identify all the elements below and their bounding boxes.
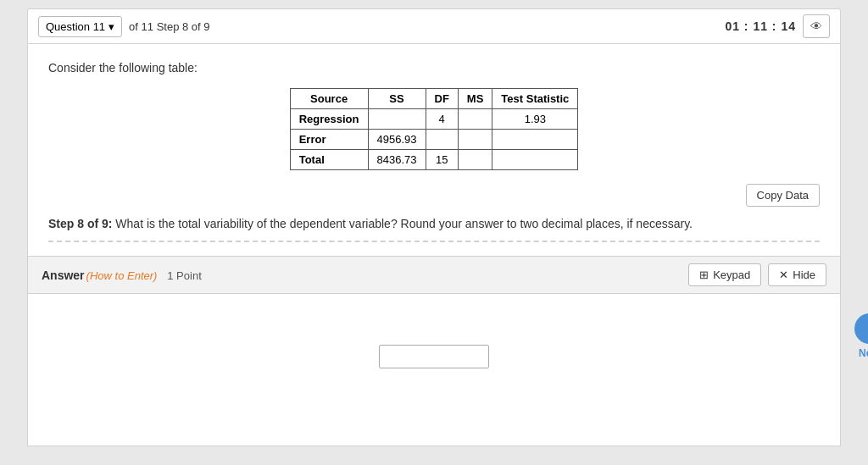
anova-table: Source SS DF MS Test Statistic Regressio…: [290, 88, 579, 170]
row-regression-source: Regression: [290, 109, 368, 130]
row-error-ms: [458, 130, 492, 150]
step-info: of 11 Step 8 of 9: [129, 20, 209, 33]
row-error-source: Error: [290, 130, 368, 150]
hide-button[interactable]: ✕ Hide: [768, 263, 826, 286]
answer-input-area: [27, 294, 841, 446]
next-button-container: › Next: [854, 313, 868, 359]
row-error-df: [426, 130, 458, 150]
question-selector-label: Question 11: [46, 20, 105, 33]
col-header-df: DF: [426, 89, 458, 109]
header-bar: Question 11 ▾ of 11 Step 8 of 9 01 : 11 …: [27, 8, 841, 44]
col-header-source: Source: [290, 89, 368, 109]
eye-button[interactable]: 👁: [803, 14, 830, 38]
header-left: Question 11 ▾ of 11 Step 8 of 9: [38, 16, 210, 37]
row-total-df: 15: [426, 150, 458, 170]
row-error-ts: [492, 130, 578, 150]
keypad-label: Keypad: [713, 268, 750, 281]
row-error-ss: 4956.93: [368, 130, 426, 150]
section-divider: [48, 241, 820, 242]
next-button[interactable]: ›: [854, 313, 868, 344]
row-regression-ts: 1.93: [492, 109, 578, 130]
answer-label: Answer(How to Enter): [42, 268, 160, 282]
next-label: Next: [859, 347, 868, 359]
row-regression-ms: [458, 109, 492, 130]
intro-text: Consider the following table:: [48, 61, 820, 75]
answer-label-text: Answer: [42, 268, 85, 282]
table-row: Error 4956.93: [290, 130, 578, 150]
keypad-button[interactable]: ⊞ Keypad: [688, 263, 761, 286]
keypad-icon: ⊞: [699, 268, 709, 281]
answer-bar: Answer(How to Enter) 1 Point ⊞ Keypad ✕ …: [27, 257, 841, 294]
row-total-ms: [458, 150, 492, 170]
table-row: Regression 4 1.93: [290, 109, 578, 130]
row-regression-df: 4: [426, 109, 458, 130]
answer-points: 1 Point: [167, 269, 201, 282]
main-content: Consider the following table: Source SS …: [27, 44, 841, 257]
row-total-source: Total: [290, 150, 368, 170]
eye-icon: 👁: [810, 19, 822, 33]
step-question-text: What is the total variability of the dep…: [112, 217, 693, 230]
col-header-test-statistic: Test Statistic: [492, 89, 578, 109]
hide-label: Hide: [793, 268, 815, 281]
row-total-ss: 8436.73: [368, 150, 426, 170]
answer-label-group: Answer(How to Enter) 1 Point: [42, 268, 202, 282]
answer-bar-right: ⊞ Keypad ✕ Hide: [688, 263, 826, 286]
how-to-enter-link[interactable]: (How to Enter): [86, 269, 158, 282]
answer-input[interactable]: [379, 345, 489, 368]
col-header-ss: SS: [368, 89, 426, 109]
step-question-bold: Step 8 of 9:: [48, 217, 112, 230]
chevron-down-icon: ▾: [108, 20, 114, 33]
table-container: Source SS DF MS Test Statistic Regressio…: [48, 88, 820, 170]
header-right: 01 : 11 : 14 👁: [725, 14, 830, 38]
copy-data-row: Copy Data: [48, 184, 820, 207]
step-question: Step 8 of 9: What is the total variabili…: [48, 217, 820, 230]
row-total-ts: [492, 150, 578, 170]
col-header-ms: MS: [458, 89, 492, 109]
copy-data-button[interactable]: Copy Data: [746, 184, 820, 207]
hide-icon: ✕: [779, 268, 788, 281]
row-regression-ss: [368, 109, 426, 130]
question-selector[interactable]: Question 11 ▾: [38, 16, 122, 37]
table-row: Total 8436.73 15: [290, 150, 578, 170]
timer: 01 : 11 : 14: [725, 19, 796, 33]
